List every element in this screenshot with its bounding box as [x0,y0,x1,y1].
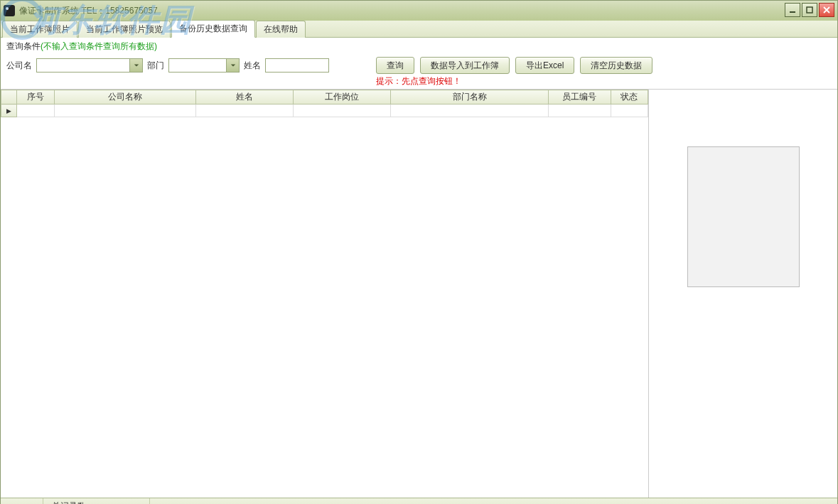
col-dept[interactable]: 部门名称 [391,90,549,104]
svg-rect-1 [807,7,812,13]
content-area: 序号 公司名称 姓名 工作岗位 部门名称 员工编号 状态 [1,89,837,498]
window-title: 像证卡制作系统 TEL：15825675057 [19,5,158,17]
name-label: 姓名 [244,60,261,72]
query-button[interactable]: 查询 [376,57,414,74]
side-panel [649,90,837,498]
filter-row: 公司名 部门 姓名 查询 数据导入到工作簿 导出Excel 清空历史数据 [1,54,837,78]
close-button[interactable] [819,3,834,17]
dept-label: 部门 [147,60,164,72]
col-name[interactable]: 姓名 [196,90,294,104]
tab-history-query[interactable]: 备份历史数据查询 [171,20,255,38]
company-dropdown-icon[interactable] [129,59,142,72]
clear-button[interactable]: 清空历史数据 [580,57,652,74]
dept-combo[interactable] [168,58,240,73]
dept-input[interactable] [169,59,226,72]
col-position[interactable]: 工作岗位 [294,90,391,104]
condition-hint: (不输入查询条件查询所有数据) [41,41,157,51]
svg-rect-0 [790,11,795,13]
company-label: 公司名 [6,60,32,72]
row-indicator [1,104,17,117]
condition-label: 查询条件 [6,41,41,51]
dept-dropdown-icon[interactable] [226,59,239,72]
col-seq[interactable]: 序号 [17,90,54,104]
data-grid[interactable]: 序号 公司名称 姓名 工作岗位 部门名称 员工编号 状态 [1,90,648,117]
minimize-button[interactable] [785,3,800,17]
app-window: 河东软件园 像证卡制作系统 TEL：15825675057 当前工作簿照片 当前… [0,0,838,504]
col-status[interactable]: 状态 [611,90,648,104]
maximize-button[interactable] [802,3,817,17]
col-company[interactable]: 公司名称 [54,90,195,104]
company-combo[interactable] [36,58,143,73]
status-cell-empty [1,498,43,504]
data-grid-wrap: 序号 公司名称 姓名 工作岗位 部门名称 员工编号 状态 [1,90,649,498]
col-empno[interactable]: 员工编号 [549,90,611,104]
condition-bar: 查询条件(不输入查询条件查询所有数据) [1,38,837,54]
status-bar: 总记录数： [1,498,837,504]
name-input[interactable] [265,58,329,73]
row-header-col [1,90,17,104]
status-total-count: 总记录数： [43,498,150,504]
import-button[interactable]: 数据导入到工作簿 [420,57,510,74]
tab-bar: 当前工作簿照片 当前工作簿照片预览 备份历史数据查询 在线帮助 [1,21,837,38]
tab-current-photos[interactable]: 当前工作簿照片 [2,21,77,38]
tip-text: 提示：先点查询按钮！ [1,75,837,89]
table-row[interactable] [1,104,648,117]
photo-placeholder [687,146,800,287]
app-icon [4,5,15,16]
tab-preview-photos[interactable]: 当前工作簿照片预览 [78,21,171,38]
status-cell-rest [150,498,837,504]
title-bar: 像证卡制作系统 TEL：15825675057 [1,1,837,21]
company-input[interactable] [37,59,129,72]
export-button[interactable]: 导出Excel [515,57,574,74]
tab-online-help[interactable]: 在线帮助 [256,21,306,38]
